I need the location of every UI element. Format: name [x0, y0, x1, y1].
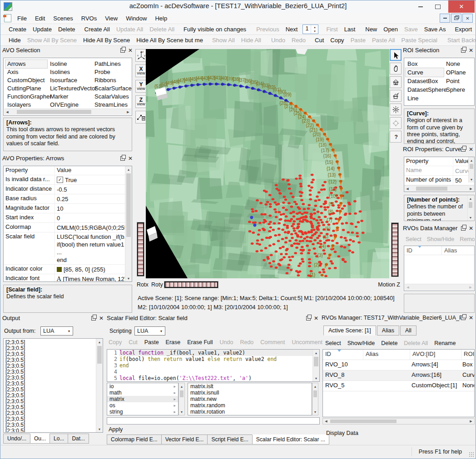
vertical-scrollbar[interactable]: ▲ ▼: [125, 166, 132, 281]
toolbar-button-copy[interactable]: Copy: [327, 36, 347, 44]
function-item-matrix-rotation[interactable]: matrix.rotation: [188, 409, 312, 415]
float-panel-icon[interactable]: [461, 147, 466, 152]
function-item-matrix-random[interactable]: matrix.random: [188, 402, 312, 409]
vertical-scrollbar[interactable]: ▲ ▼: [312, 383, 318, 415]
scroll-track[interactable]: [468, 202, 473, 214]
scroll-left-icon[interactable]: ◀: [323, 419, 329, 424]
avo-item-probe[interactable]: Probe: [93, 68, 131, 76]
module-item-math[interactable]: math▸: [107, 390, 178, 396]
axes-tripod-icon[interactable]: zxy: [135, 49, 147, 62]
avo-item-isosurface[interactable]: Isosurface: [48, 76, 92, 84]
toolbar-button-delete[interactable]: Delete: [55, 25, 79, 34]
avo-item-customobject[interactable]: CustomObject: [5, 76, 47, 84]
output-source-combo[interactable]: LUA ▼: [40, 326, 73, 336]
scroll-thumb[interactable]: [97, 346, 102, 364]
code-line-4[interactable]: 4: [107, 369, 319, 375]
float-panel-icon[interactable]: [91, 316, 96, 321]
module-item-io[interactable]: io▸: [107, 383, 178, 390]
editor-button-erase-full[interactable]: Erase Full: [187, 339, 213, 345]
float-panel-icon[interactable]: [461, 316, 466, 320]
avo-selection-list[interactable]: ◀ ▶ ArrowsAxisCustomObjectCuttingPlaneFu…: [3, 58, 132, 116]
menu-window[interactable]: Window: [122, 13, 151, 24]
roi-item-curve[interactable]: Curve: [406, 68, 444, 77]
mdi-restore-button[interactable]: [451, 14, 461, 23]
float-panel-icon[interactable]: [461, 48, 466, 53]
toolbar-button-cut[interactable]: Cut: [312, 36, 327, 44]
scroll-thumb[interactable]: [330, 420, 397, 423]
close-panel-icon[interactable]: ✕: [469, 315, 473, 321]
checkbox-checked-icon[interactable]: ✓: [57, 177, 63, 183]
roi-item-oplane[interactable]: OPlane: [444, 68, 473, 77]
autocomplete-functions-list[interactable]: matrix.isltmatrix.isnullmatrix.newmatrix…: [188, 383, 312, 415]
rvos-manager-button-delete[interactable]: Delete: [381, 340, 397, 346]
property-value[interactable]: -0.5: [55, 185, 132, 194]
property-row-indicator-color[interactable]: Indicator color[85, 85, 0] (255): [4, 265, 132, 274]
menu-view[interactable]: View: [101, 13, 122, 24]
avo-item-cuttingplane[interactable]: CuttingPlane: [5, 84, 47, 93]
scroll-thumb[interactable]: [313, 390, 317, 397]
avo-item-isolayers[interactable]: Isolayers: [5, 101, 47, 109]
column-header-roi[interactable]: ROI: [461, 350, 475, 360]
column-header-property[interactable]: Property: [4, 166, 55, 174]
home-view-button[interactable]: [390, 76, 402, 88]
column-header-id[interactable]: ID: [323, 350, 363, 360]
mdi-close-button[interactable]: ✕: [462, 14, 473, 23]
code-line-2[interactable]: 2if(bool) then return value1 else return…: [107, 356, 319, 362]
scroll-right-icon[interactable]: ▶: [468, 419, 474, 424]
column-header-avo-id[interactable]: AVO:[ID]: [410, 350, 461, 360]
close-panel-icon[interactable]: ✕: [469, 48, 473, 53]
property-value[interactable]: LUSC("local function _if(b... if(bool) t…: [55, 232, 132, 264]
module-item-string[interactable]: string▸: [107, 409, 178, 415]
rvos-manager-tab-all[interactable]: All: [400, 326, 416, 336]
horizontal-scrollbar[interactable]: ◀ ▶: [405, 284, 474, 290]
property-value[interactable]: ✓True: [55, 175, 132, 184]
pan-hand-button[interactable]: [390, 63, 402, 74]
roi-item-sphere[interactable]: Sphere: [444, 85, 473, 94]
column-header-id[interactable]: ID: [404, 246, 442, 255]
table-row-rvo-10[interactable]: RVO_10Arrows:[4]Box: [323, 360, 474, 370]
scroll-down-icon[interactable]: ▼: [179, 409, 184, 415]
menu-edit[interactable]: Edit: [31, 13, 49, 24]
spin-down-icon[interactable]: ▼: [311, 30, 318, 34]
function-item-matrix-new[interactable]: matrix.new: [188, 396, 312, 402]
avo-properties-table[interactable]: PropertyValueIs invalid data r...✓TrueIn…: [3, 166, 132, 282]
function-item-matrix-islt[interactable]: matrix.islt: [188, 383, 312, 390]
toolbar-button-open[interactable]: Open: [380, 25, 401, 34]
roi-selection-list[interactable]: BoxCurveDatasetBoxDatasetSphereLineNoneO…: [404, 58, 475, 106]
left-thumbwheel[interactable]: [137, 222, 144, 276]
avo-item-functiongrapher[interactable]: FunctionGrapher: [5, 93, 47, 101]
scroll-thumb[interactable]: [469, 202, 472, 208]
view-x-button[interactable]: Xview: [135, 64, 147, 77]
rotx-label[interactable]: Rotx: [137, 281, 149, 288]
roi-item-box[interactable]: Box: [406, 59, 444, 68]
toolbar-button-new[interactable]: New: [362, 25, 380, 34]
property-row-scalar-field[interactable]: Scalar fieldLUSC("local function _if(b..…: [4, 232, 132, 265]
property-row-indicator-font[interactable]: Indicator fontA[Times New Roman, 12]: [4, 274, 132, 282]
property-row-is-invalid-data-r[interactable]: Is invalid data r...✓True: [4, 175, 132, 185]
scene-number-spinner[interactable]: 1▲▼: [302, 25, 318, 34]
scroll-track[interactable]: [313, 356, 319, 375]
roi-item-datasetbox[interactable]: DatasetBox: [406, 77, 444, 85]
spin-up-icon[interactable]: ▲: [311, 25, 318, 30]
scroll-right-icon[interactable]: ▶: [467, 284, 474, 290]
scroll-down-icon[interactable]: ▼: [125, 275, 132, 281]
maximize-button[interactable]: [430, 0, 446, 13]
roi-item-point[interactable]: Point: [444, 77, 473, 85]
avo-item-lictexturedvector[interactable]: LicTexturedVector: [48, 84, 92, 93]
table-row-rvo-8[interactable]: RVO_8Arrows:[16]Curve: [323, 370, 474, 381]
toolbar-button-update[interactable]: Update: [30, 25, 55, 34]
view-all-button[interactable]: [390, 104, 402, 115]
scroll-up-icon[interactable]: ▲: [469, 157, 474, 163]
scroll-track[interactable]: [411, 284, 467, 290]
rvos-manager-button-select[interactable]: Select: [325, 340, 341, 346]
scroll-left-icon[interactable]: ◀: [404, 186, 411, 192]
measure-delete-icon[interactable]: [135, 111, 147, 123]
close-button[interactable]: ✕: [448, 0, 475, 13]
module-item-matrix[interactable]: matrix▸: [107, 396, 178, 402]
float-panel-icon[interactable]: [461, 226, 466, 231]
toolbar-button-create-all[interactable]: Create All: [81, 25, 113, 34]
scripting-language-combo[interactable]: LUA ▼: [134, 326, 165, 336]
avo-item-marker[interactable]: Marker: [48, 93, 92, 101]
rotation-thumbwheel[interactable]: [164, 281, 218, 288]
editor-tab-scalar-field-editor-scalar[interactable]: Scalar Field Editor: Scalar ...: [252, 434, 329, 444]
